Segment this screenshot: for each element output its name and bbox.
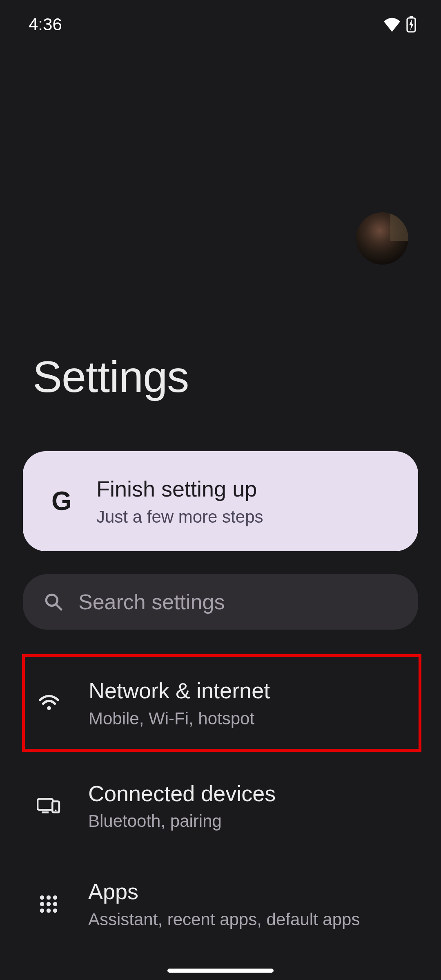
svg-point-11 xyxy=(53,895,57,900)
gesture-nav-bar[interactable] xyxy=(167,969,274,973)
item-title: Apps xyxy=(88,878,360,905)
item-title: Network & internet xyxy=(89,677,270,704)
search-icon xyxy=(43,592,64,612)
settings-item-connected-devices[interactable]: Connected devices Bluetooth, pairing xyxy=(0,757,441,855)
settings-item-network[interactable]: Network & internet Mobile, Wi-Fi, hotspo… xyxy=(22,654,421,752)
svg-line-3 xyxy=(56,604,61,610)
finish-setup-banner[interactable]: G Finish setting up Just a few more step… xyxy=(23,451,418,551)
svg-point-4 xyxy=(47,706,51,710)
settings-list: Network & internet Mobile, Wi-Fi, hotspo… xyxy=(0,654,441,980)
devices-icon xyxy=(34,791,63,820)
profile-avatar[interactable] xyxy=(356,212,408,265)
google-icon: G xyxy=(47,487,76,515)
settings-item-apps[interactable]: Apps Assistant, recent apps, default app… xyxy=(0,855,441,953)
item-subtitle: Mobile, Wi-Fi, hotspot xyxy=(89,709,270,728)
svg-point-14 xyxy=(53,902,57,906)
battery-charging-icon xyxy=(406,16,416,33)
status-time: 4:36 xyxy=(29,15,62,34)
apps-grid-icon xyxy=(34,890,63,918)
svg-point-10 xyxy=(47,895,51,900)
svg-point-8 xyxy=(55,810,57,811)
svg-point-13 xyxy=(47,902,51,906)
status-icons xyxy=(383,16,416,33)
svg-rect-5 xyxy=(38,799,53,810)
svg-point-12 xyxy=(40,902,44,906)
svg-point-15 xyxy=(40,909,44,913)
item-subtitle: Assistant, recent apps, default apps xyxy=(88,910,360,929)
svg-point-9 xyxy=(40,895,44,900)
item-subtitle: Bluetooth, pairing xyxy=(88,811,276,831)
svg-point-17 xyxy=(53,909,57,913)
wifi-icon xyxy=(35,688,63,717)
search-placeholder: Search settings xyxy=(78,590,225,614)
banner-title: Finish setting up xyxy=(96,476,263,502)
banner-subtitle: Just a few more steps xyxy=(96,507,263,527)
search-settings[interactable]: Search settings xyxy=(23,574,418,630)
wifi-status-icon xyxy=(383,17,401,32)
item-title: Notifications xyxy=(88,977,343,980)
status-bar: 4:36 xyxy=(0,0,441,41)
svg-rect-1 xyxy=(410,16,413,18)
svg-point-16 xyxy=(47,909,51,913)
settings-item-notifications[interactable]: Notifications Notification history, conv… xyxy=(0,953,441,980)
item-title: Connected devices xyxy=(88,780,276,807)
